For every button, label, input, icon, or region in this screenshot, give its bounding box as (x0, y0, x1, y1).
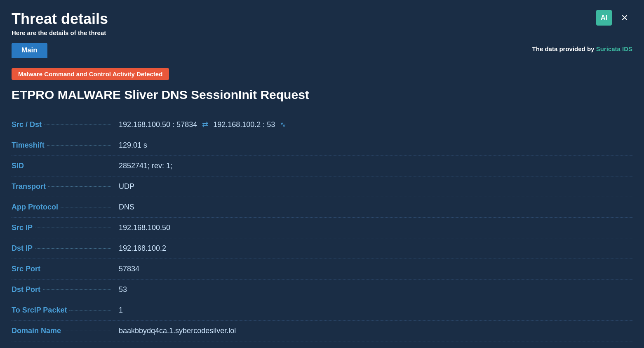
field-value-dst-ip: 192.168.100.2 (110, 238, 632, 259)
field-label-src-dst: Src / Dst (12, 114, 110, 135)
field-label-app-protocol: App Protocol (12, 197, 110, 218)
content-area: Malware Command and Control Activity Det… (12, 68, 632, 341)
field-value-domain-name: baakbbydq4ca.1.sybercodesilver.lol (110, 321, 632, 341)
field-value-timeshift: 129.01 s (110, 135, 632, 156)
title-block: Threat details Here are the details of t… (12, 10, 108, 36)
alert-badge: Malware Command and Control Activity Det… (12, 68, 169, 80)
field-value-src-ip: 192.168.100.50 (110, 218, 632, 238)
field-label-src-ip: Src IP (12, 218, 110, 238)
threat-name: ETPRO MALWARE Sliver DNS SessionInit Req… (12, 87, 632, 103)
field-value-src-dst: 192.168.100.50 : 57834 ⇄ 192.168.100.2 :… (110, 114, 632, 135)
panel-title: Threat details (12, 10, 108, 28)
field-value-sid: 2852741; rev: 1; (110, 156, 632, 176)
threat-details-panel: Threat details Here are the details of t… (0, 0, 644, 348)
field-label-dst-port: Dst Port (12, 280, 110, 300)
fields-grid: Src / Dst 192.168.100.50 : 57834 ⇄ 192.1… (12, 114, 632, 341)
transfer-icon: ⇄ (202, 120, 208, 129)
header-row: Threat details Here are the details of t… (12, 10, 632, 36)
field-label-domain-name: Domain Name (12, 321, 110, 341)
field-value-dst-port: 53 (110, 280, 632, 300)
panel-subtitle: Here are the details of the threat (12, 29, 108, 36)
field-label-timeshift: Timeshift (12, 135, 110, 156)
close-button[interactable]: × (617, 10, 632, 26)
field-label-sid: SID (12, 156, 110, 176)
field-label-src-port: Src Port (12, 259, 110, 280)
field-value-src-port: 57834 (110, 259, 632, 280)
wave-icon: ∿ (280, 120, 286, 129)
data-source: The data provided by Suricata IDS (532, 45, 632, 56)
field-value-to-srcip-packet: 1 (110, 300, 632, 321)
header-actions: AI × (596, 10, 632, 26)
field-label-dst-ip: Dst IP (12, 238, 110, 259)
suricata-ids-link[interactable]: Suricata IDS (596, 45, 632, 52)
tab-main[interactable]: Main (12, 43, 47, 58)
field-label-transport: Transport (12, 176, 110, 197)
field-value-transport: UDP (110, 176, 632, 197)
field-value-app-protocol: DNS (110, 197, 632, 218)
field-label-to-srcip-packet: To SrcIP Packet (12, 300, 110, 321)
tabs-row: Main The data provided by Suricata IDS (12, 43, 632, 58)
ai-button[interactable]: AI (596, 10, 612, 26)
